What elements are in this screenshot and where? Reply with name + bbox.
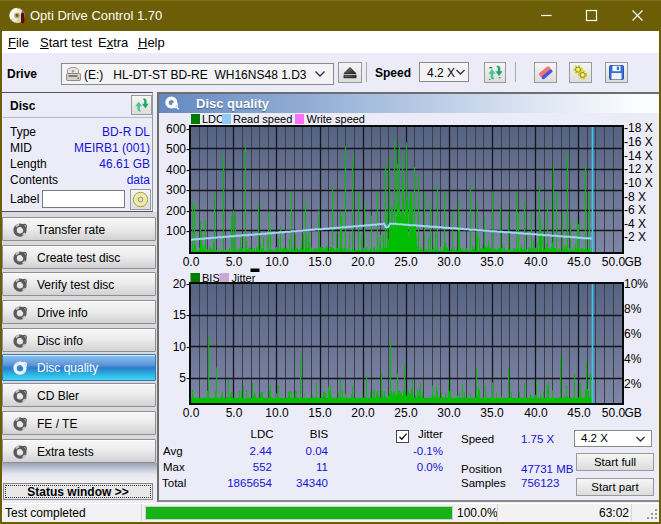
svg-text:10%: 10% xyxy=(624,277,648,291)
svg-text:-18 X: -18 X xyxy=(624,121,653,135)
svg-text:15.0: 15.0 xyxy=(308,406,332,420)
svg-text:45.0: 45.0 xyxy=(567,406,591,420)
svg-text:-16 X: -16 X xyxy=(624,135,653,149)
svg-text:10.0: 10.0 xyxy=(265,255,289,269)
svg-text:-8 X: -8 X xyxy=(624,190,646,204)
svg-text:BIS: BIS xyxy=(202,272,220,284)
svg-text:30.0: 30.0 xyxy=(437,255,461,269)
svg-text:500-: 500- xyxy=(166,142,190,156)
svg-text:0.0: 0.0 xyxy=(183,406,200,420)
svg-text:20-: 20- xyxy=(173,277,190,291)
svg-text:4%: 4% xyxy=(624,352,642,366)
svg-text:6%: 6% xyxy=(624,327,642,341)
svg-text:GB: GB xyxy=(625,255,642,269)
svg-text:GB: GB xyxy=(625,406,642,420)
svg-text:40.0: 40.0 xyxy=(524,406,548,420)
svg-text:50.0: 50.0 xyxy=(602,255,626,269)
svg-text:0.0: 0.0 xyxy=(183,255,200,269)
svg-text:40.0: 40.0 xyxy=(524,255,548,269)
svg-text:100-: 100- xyxy=(166,224,190,238)
svg-text:35.0: 35.0 xyxy=(480,406,504,420)
svg-text:20.0: 20.0 xyxy=(351,406,375,420)
svg-text:200-: 200- xyxy=(166,204,190,218)
svg-text:400-: 400- xyxy=(166,163,190,177)
svg-text:5-: 5- xyxy=(179,371,190,385)
svg-text:8%: 8% xyxy=(624,302,642,316)
svg-text:-6 X: -6 X xyxy=(624,203,646,217)
svg-text:10.0: 10.0 xyxy=(265,406,289,420)
svg-text:10-: 10- xyxy=(173,340,190,354)
svg-text:-10 X: -10 X xyxy=(624,176,653,190)
svg-text:300-: 300- xyxy=(166,183,190,197)
svg-text:-12 X: -12 X xyxy=(624,162,653,176)
svg-text:25.0: 25.0 xyxy=(394,255,418,269)
svg-text:30.0: 30.0 xyxy=(437,406,461,420)
svg-text:50.0: 50.0 xyxy=(602,406,626,420)
svg-text:25.0: 25.0 xyxy=(394,406,418,420)
svg-text:20.0: 20.0 xyxy=(351,255,375,269)
svg-text:35.0: 35.0 xyxy=(480,255,504,269)
svg-text:45.0: 45.0 xyxy=(567,255,591,269)
svg-text:600-: 600- xyxy=(166,122,190,136)
svg-text:Jitter: Jitter xyxy=(232,272,256,284)
svg-text:-4 X: -4 X xyxy=(624,217,646,231)
svg-text:15-: 15- xyxy=(173,308,190,322)
svg-text:5.0: 5.0 xyxy=(226,406,243,420)
svg-text:-14 X: -14 X xyxy=(624,149,653,163)
svg-text:15.0: 15.0 xyxy=(308,255,332,269)
svg-text:-2 X: -2 X xyxy=(624,230,646,244)
svg-text:2%: 2% xyxy=(624,377,642,391)
svg-text:5.0: 5.0 xyxy=(226,255,243,269)
